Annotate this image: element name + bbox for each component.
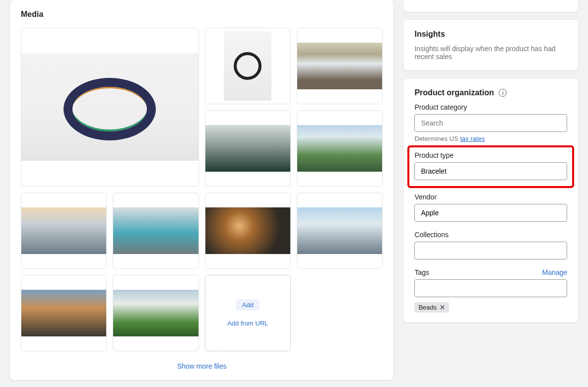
- media-grid: Add Add from URL: [21, 28, 383, 351]
- vendor-field: Vendor: [414, 193, 567, 222]
- show-more-files-link[interactable]: Show more files: [21, 362, 383, 370]
- add-button[interactable]: Add: [236, 299, 260, 311]
- product-organization-card: Product organization i Product category …: [403, 78, 578, 322]
- product-category-label: Product category: [414, 103, 567, 111]
- media-thumb-9[interactable]: [297, 193, 383, 269]
- prior-sidebar-card: [403, 0, 578, 12]
- tags-input[interactable]: [414, 279, 567, 297]
- product-type-label: Product type: [414, 151, 567, 159]
- vendor-label: Vendor: [414, 193, 567, 201]
- media-thumb-2[interactable]: [205, 28, 291, 104]
- tags-label: Tags: [414, 268, 429, 276]
- media-thumb-8[interactable]: [205, 193, 291, 269]
- insights-card: Insights Insights will display when the …: [403, 20, 578, 70]
- media-thumb-6[interactable]: [21, 193, 107, 269]
- manage-tags-link[interactable]: Manage: [542, 268, 567, 276]
- insights-empty-text: Insights will display when the product h…: [414, 45, 567, 61]
- vendor-input[interactable]: [414, 204, 567, 222]
- product-type-field-highlighted: Product type: [407, 145, 574, 188]
- close-icon[interactable]: ✕: [440, 304, 445, 311]
- product-type-input[interactable]: [414, 162, 567, 180]
- media-heading: Media: [21, 10, 383, 19]
- product-category-field: Product category Determines US tax rates: [414, 103, 567, 142]
- media-thumb-4[interactable]: [205, 110, 291, 187]
- media-thumb-7[interactable]: [113, 193, 198, 269]
- insights-heading: Insights: [414, 30, 567, 39]
- add-from-url-link[interactable]: Add from URL: [227, 320, 268, 327]
- media-add-tile[interactable]: Add Add from URL: [205, 275, 291, 351]
- media-thumb-10[interactable]: [21, 275, 107, 351]
- collections-label: Collections: [414, 231, 567, 239]
- product-category-input[interactable]: [414, 114, 567, 132]
- media-card: Media Add Add from URL Show more files: [10, 0, 393, 380]
- media-thumb-11[interactable]: [113, 275, 198, 351]
- collections-input[interactable]: [414, 242, 567, 259]
- media-thumb-5[interactable]: [297, 110, 383, 187]
- product-organization-heading: Product organization i: [414, 88, 567, 97]
- tax-rates-link[interactable]: tax rates: [460, 135, 485, 142]
- info-icon[interactable]: i: [499, 89, 507, 97]
- tags-field: Tags Manage: [414, 268, 567, 297]
- tag-pill-beads[interactable]: Beads ✕: [414, 302, 449, 313]
- media-thumb-3[interactable]: [297, 28, 383, 104]
- collections-field: Collections: [414, 231, 567, 259]
- media-thumb-1[interactable]: [21, 28, 199, 187]
- tag-pill-label: Beads: [418, 304, 437, 311]
- product-category-help: Determines US tax rates: [414, 135, 567, 142]
